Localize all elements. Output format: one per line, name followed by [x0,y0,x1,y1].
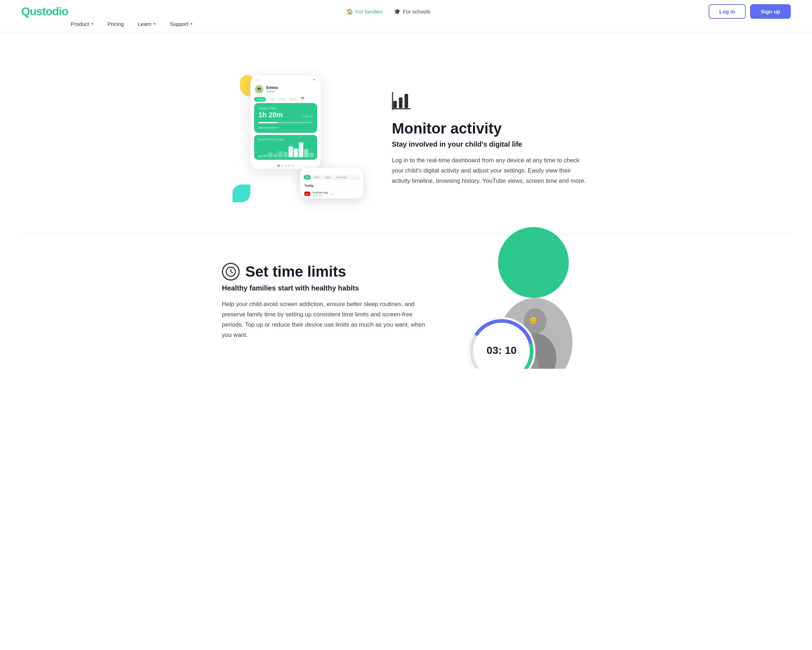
logo[interactable]: Qustodio [21,5,68,18]
time-limits-title: Set time limits [245,263,346,280]
time-limits-subtitle: Healthy families start with healthy habi… [222,284,434,292]
set-time-limits-section: Set time limits Healthy families start w… [0,234,812,369]
dot [281,165,283,167]
screen-time-progress-fill [258,122,278,123]
chevron-down-icon: ▾ [91,21,93,26]
nav-pricing-label: Pricing [108,21,124,27]
chart-bar [309,153,314,157]
site-header: Qustodio 🏠 For families 🎓 For schools Lo… [0,0,812,32]
monitor-subtitle: Stay involved in your child's digital li… [392,140,590,148]
screen-time-limit: Limit: 4h [302,115,313,118]
date-tab-7d[interactable]: 7 d [267,97,275,102]
dot [285,165,287,167]
login-button[interactable]: Log in [709,4,746,19]
nav-product-label: Product [71,21,89,27]
auth-buttons: Log in Sign up [709,4,791,19]
time-limits-description: Help your child avoid screen addiction, … [222,299,434,340]
home-icon: 🏠 [346,9,353,15]
youtube-icon [304,192,310,196]
screen-time-card: Screen Time 1h 20m Limit: 4h Add extra t… [254,103,317,133]
more-options-icon[interactable]: ••• [330,192,334,196]
top-navigation: 🏠 For families 🎓 For schools [346,9,430,15]
chart-bar [278,151,283,157]
nav-learn-label: Learn [138,21,151,27]
screen-time-chart: Screen Time by hour [254,135,317,160]
phone-statusbar: ← ✏ [250,75,321,83]
chart-bar [268,153,273,157]
today-row: Today [300,182,363,189]
activity-name: Youtube app [312,191,328,194]
nav-for-schools-label: For schools [403,9,430,15]
activity-info: Youtube app 10:47 pm [312,191,328,197]
profile-status: Active [266,90,278,93]
filter-all[interactable]: All [304,175,311,180]
screen-time-label: Screen Time [258,107,313,110]
svg-rect-1 [399,98,403,108]
monitor-activity-section: ← ✏ 👧 Emma Active Today 7 d 14 d [0,32,812,234]
chart-bar [273,154,278,158]
date-tab-14d[interactable]: 14 d [277,97,287,102]
chart-bar [304,149,309,157]
signup-button[interactable]: Sign up [750,4,791,19]
phone-mockup-group: ← ✏ 👧 Emma Active Today 7 d 14 d [222,71,363,206]
add-extra-time[interactable]: Add extra time + [258,126,313,129]
nav-product[interactable]: Product ▾ [71,21,93,27]
activity-time: 10:47 pm [312,194,328,197]
profile-info: Emma Active [266,86,278,93]
monitor-activity-text: Monitor activity Stay involved in your c… [392,91,590,186]
profile-name: Emma [266,86,278,90]
filter-tabs: All Web Apps Searches [303,174,360,180]
decorative-teal-shape [232,185,250,202]
dot-active [278,165,279,167]
timer-arc: 03: 10 [462,312,540,369]
svg-point-11 [468,317,535,369]
time-title-row: Set time limits [222,263,434,281]
nav-for-families-label: For families [356,9,383,15]
monitor-description: Log in to the real-time dashboard from a… [392,156,590,186]
svg-rect-0 [393,101,397,108]
avatar: 👧 [255,85,263,93]
screen-time-value: 1h 20m [258,111,283,119]
nav-pricing[interactable]: Pricing [108,21,124,27]
chart-bar [284,152,288,157]
monitor-title: Monitor activity [392,121,590,137]
phone-main-mockup: ← ✏ 👧 Emma Active Today 7 d 14 d [250,75,321,169]
time-limits-text: Set time limits Healthy families start w… [222,263,434,340]
activity-item: Youtube app 10:47 pm ••• [300,189,363,198]
phone-secondary-mockup: All Web Apps Searches Today Youtube app … [300,168,363,199]
secondary-phone-header [300,168,363,174]
profile-row: 👧 Emma Active [250,83,321,96]
dot [288,165,290,167]
clock-icon [222,263,240,281]
chart-bar [258,155,262,157]
chart-title: Screen Time by hour [258,138,314,141]
chart-bar-tall [294,148,298,157]
edit-icon: ✏ [313,78,316,81]
activity-chart-icon [392,91,590,115]
svg-rect-2 [404,94,408,108]
filter-web[interactable]: Web [312,175,321,180]
dot [292,165,294,167]
filter-apps[interactable]: Apps [323,175,333,180]
school-icon: 🎓 [394,9,401,15]
back-arrow-icon: ← [256,78,259,81]
chart-bar-tall [288,146,293,158]
chevron-down-icon-2: ▾ [154,21,156,26]
calendar-icon: 📅 [301,97,304,102]
nav-for-families[interactable]: 🏠 For families [346,9,383,15]
filter-searches[interactable]: Searches [334,175,349,180]
svg-text:03: 10: 03: 10 [486,344,516,356]
nav-support[interactable]: Support ▾ [170,21,193,27]
date-tab-today[interactable]: Today [254,97,266,102]
nav-support-label: Support [170,21,189,27]
chart-bar [263,154,268,157]
nav-for-schools[interactable]: 🎓 For schools [394,9,430,15]
screen-time-progress-bar [258,122,313,123]
chevron-down-icon-3: ▾ [191,21,192,26]
green-bg-circle [498,227,569,298]
chart-bars [258,142,314,157]
date-tabs: Today 7 d 14 d 30 d 📅 [250,96,321,103]
date-tab-30d[interactable]: 30 d [288,97,298,102]
chart-bar-tall [299,142,303,157]
nav-learn[interactable]: Learn ▾ [138,21,156,27]
